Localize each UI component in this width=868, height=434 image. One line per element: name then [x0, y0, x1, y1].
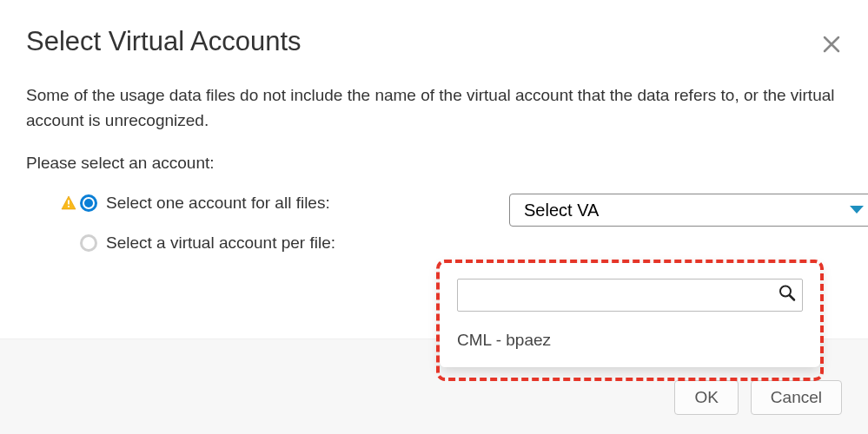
select-virtual-accounts-dialog: Select Virtual Accounts Some of the usag…	[0, 0, 868, 434]
close-icon[interactable]	[821, 31, 842, 59]
select-va-placeholder: Select VA	[524, 201, 599, 220]
option-all-label: Select one account for all files:	[106, 194, 330, 213]
cancel-button[interactable]: Cancel	[751, 380, 842, 415]
radio-selected-icon	[80, 194, 97, 212]
option-per-label: Select a virtual account per file:	[106, 233, 335, 253]
options-group: Select one account for all files: Select…	[26, 194, 842, 253]
select-va-dropdown[interactable]: Select VA	[509, 194, 868, 227]
warning-icon	[61, 195, 76, 211]
va-search-input[interactable]	[457, 279, 803, 312]
option-per-file[interactable]: Select a virtual account per file:	[61, 233, 842, 253]
option-all-files[interactable]: Select one account for all files: Select…	[61, 194, 842, 213]
svg-rect-1	[68, 206, 70, 207]
svg-rect-0	[68, 201, 70, 205]
dialog-description: Some of the usage data files do not incl…	[26, 83, 842, 133]
va-dropdown-item[interactable]: CML - bpaez	[457, 327, 803, 353]
ok-button[interactable]: OK	[674, 380, 738, 415]
dialog-prompt: Please select an account:	[26, 154, 842, 173]
dialog-title: Select Virtual Accounts	[26, 26, 842, 57]
search-icon	[779, 285, 796, 306]
va-dropdown-panel: CML - bpaez	[440, 263, 820, 367]
chevron-down-icon	[849, 205, 865, 215]
radio-unselected-icon	[80, 234, 97, 252]
svg-line-3	[790, 296, 794, 300]
